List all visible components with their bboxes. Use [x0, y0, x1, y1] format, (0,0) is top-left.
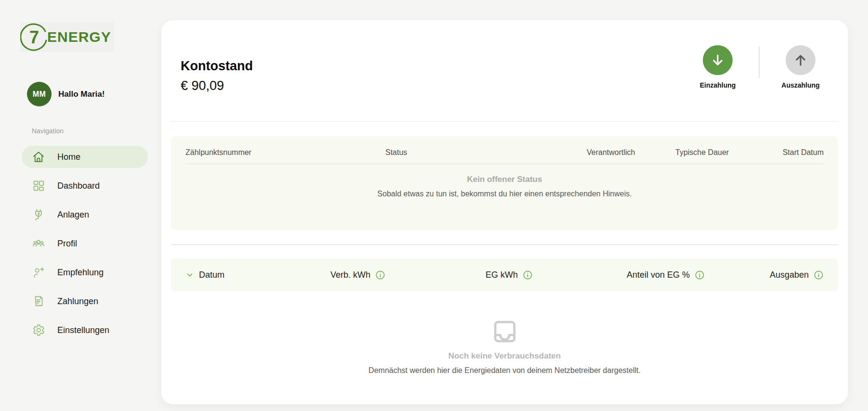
info-icon[interactable]	[523, 270, 533, 280]
sidebar-item-label: Einstellungen	[57, 325, 109, 335]
consumption-empty-subtitle: Demnächst werden hier die Energiedaten v…	[368, 366, 641, 375]
withdraw-button[interactable]	[786, 45, 815, 75]
person-add-icon	[32, 266, 45, 279]
status-card: Zählpunktsnummer Status Verantwortlich T…	[171, 136, 838, 230]
column-header-label: EG kWh	[486, 270, 518, 280]
home-icon	[32, 150, 45, 164]
divider	[171, 121, 838, 122]
brand-logo: 7 ENERGY	[20, 22, 114, 52]
sidebar-item-zahlungen[interactable]: Zahlungen	[22, 290, 148, 312]
sidebar-item-label: Zahlungen	[57, 296, 98, 307]
inbox-icon	[492, 319, 518, 345]
consumption-empty-title: Noch keine Verbrauchsdaten	[448, 351, 561, 361]
column-header-anteil-eg: Anteil von EG %	[533, 270, 705, 280]
arrow-up-icon	[793, 52, 808, 68]
arrow-down-icon	[710, 52, 725, 68]
sidebar-item-label: Anlagen	[57, 210, 89, 220]
sidebar-nav: Home Dashboard	[0, 146, 161, 341]
dashboard-icon	[32, 179, 45, 193]
column-header: Verantwortlich	[587, 148, 675, 157]
deposit-label: Einzahlung	[700, 81, 736, 89]
people-icon	[32, 237, 45, 250]
column-header: Typische Dauer	[675, 148, 771, 157]
consumption-table-header: Datum Verb. kWh EG kWh Anteil von EG % A…	[171, 258, 838, 291]
account-actions: Einzahlung Auszahlung	[689, 45, 829, 93]
column-header-label: Verb. kWh	[330, 270, 370, 280]
logo-circle-icon: 7	[20, 23, 48, 51]
column-header-eg-kwh: EG kWh	[385, 270, 533, 280]
column-header: Zählpunktsnummer	[185, 148, 385, 157]
deposit-action: Einzahlung	[689, 45, 747, 89]
info-icon[interactable]	[375, 270, 385, 280]
column-header-label: Datum	[199, 270, 224, 280]
status-table-header: Zählpunktsnummer Status Verantwortlich T…	[185, 136, 824, 164]
gear-icon	[32, 323, 45, 337]
sidebar-item-label: Profil	[57, 239, 77, 249]
withdraw-label: Auszahlung	[781, 81, 819, 89]
divider	[171, 244, 838, 245]
info-icon[interactable]	[814, 270, 824, 280]
column-header-label: Anteil von EG %	[627, 270, 690, 280]
receipt-icon	[32, 295, 45, 308]
logo-text: ENERGY	[47, 29, 111, 45]
actions-divider	[759, 46, 760, 78]
sidebar: 7 ENERGY MM Hallo Maria! Navigation Home	[0, 0, 161, 411]
sidebar-item-dashboard[interactable]: Dashboard	[22, 175, 148, 197]
sidebar-item-profil[interactable]: Profil	[22, 232, 148, 255]
deposit-button[interactable]	[703, 45, 733, 75]
logo-number: 7	[20, 23, 48, 51]
withdraw-action: Auszahlung	[772, 45, 829, 89]
page-title: Kontostand	[181, 59, 253, 74]
status-empty-title: Kein offener Status	[185, 175, 824, 184]
user-row: MM Hallo Maria!	[27, 82, 105, 106]
balance-amount: € 90,09	[181, 78, 253, 93]
sidebar-item-label: Home	[57, 152, 80, 162]
column-header-verb-kwh: Verb. kWh	[272, 270, 385, 280]
column-header: Start Datum	[771, 148, 824, 157]
column-header-datum[interactable]: Datum	[185, 270, 272, 280]
plug-icon	[32, 208, 45, 221]
sidebar-item-empfehlung[interactable]: Empfehlung	[22, 261, 148, 283]
info-icon[interactable]	[695, 270, 705, 280]
sidebar-item-anlagen[interactable]: Anlagen	[22, 204, 148, 226]
avatar: MM	[27, 82, 52, 106]
user-greeting: Hallo Maria!	[58, 90, 105, 99]
status-empty-subtitle: Sobald etwas zu tun ist, bekommst du hie…	[185, 190, 824, 198]
column-header-label: Ausgaben	[770, 270, 809, 280]
nav-section-label: Navigation	[32, 127, 64, 135]
sidebar-item-home[interactable]: Home	[22, 146, 148, 168]
status-empty-state: Kein offener Status Sobald etwas zu tun …	[185, 175, 824, 198]
column-header: Status	[385, 148, 587, 157]
chevron-down-icon[interactable]	[185, 270, 194, 279]
sidebar-item-einstellungen[interactable]: Einstellungen	[22, 319, 148, 341]
sidebar-item-label: Dashboard	[57, 181, 100, 191]
account-header: Kontostand € 90,09 Einzahlung	[181, 45, 829, 93]
column-header-ausgaben: Ausgaben	[705, 270, 824, 280]
main-panel: Kontostand € 90,09 Einzahlung	[161, 20, 848, 404]
consumption-empty-state: Noch keine Verbrauchsdaten Demnächst wer…	[161, 319, 848, 375]
sidebar-item-label: Empfehlung	[57, 268, 104, 278]
